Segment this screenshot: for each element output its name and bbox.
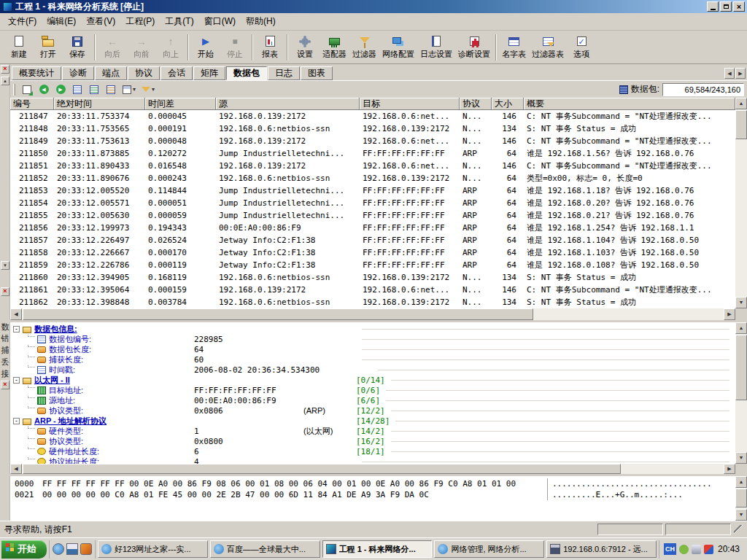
menu-item[interactable]: 查看(V) — [81, 13, 120, 30]
close-panel-button[interactable]: × — [1, 287, 9, 296]
close-panel-button[interactable]: × — [1, 381, 9, 389]
panel-tab-label[interactable]: 捕 — [1, 344, 9, 356]
taskbar-task-button[interactable]: 工程 1 - 科来网络分... — [322, 540, 433, 558]
column-header[interactable]: 源 — [216, 98, 360, 110]
decode-row[interactable]: 协议类型:0x0800[16/2] — [10, 436, 735, 446]
scroll-up-icon[interactable]: ▲ — [735, 98, 747, 109]
minimize-button[interactable] — [707, 1, 719, 12]
packet-row[interactable]: 21185420:33:12.0055710.000051Jump Indust… — [10, 197, 735, 209]
restore-button[interactable] — [720, 1, 732, 12]
panel-tab-label[interactable]: 丢 — [1, 356, 9, 368]
column-header[interactable]: 概要 — [524, 98, 735, 110]
collapse-toggle[interactable]: - — [13, 377, 20, 384]
packet-toolbar-back-button[interactable] — [36, 82, 52, 97]
toolbar-new-button[interactable]: 新建 — [4, 32, 34, 63]
packet-toolbar-view1-button[interactable] — [69, 82, 85, 97]
ie-quicklaunch-icon[interactable] — [53, 543, 64, 555]
packet-row[interactable]: 21185020:33:11.8738850.120272Jump Indust… — [10, 147, 735, 160]
toolbar-adapter-button[interactable]: 适配器 — [320, 32, 349, 63]
toolbar-nametab-button[interactable]: 名字表 — [499, 32, 529, 63]
toolbar-netconf-button[interactable]: 网络配置 — [379, 32, 417, 63]
packet-row[interactable]: 21184720:33:11.7533740.000045192.168.0.1… — [10, 110, 735, 122]
packet-toolbar-export-button[interactable] — [19, 82, 35, 97]
decode-row[interactable]: 硬件地址长度:6[18/1] — [10, 446, 735, 456]
column-header[interactable]: 大小 — [492, 98, 524, 110]
scrollbar-thumb[interactable] — [735, 335, 747, 400]
packet-toolbar-filter-button[interactable]: ▾ — [139, 82, 157, 97]
strip-scroll-down-icon[interactable]: ▼ — [1, 261, 9, 270]
packet-row[interactable]: 21184920:33:11.7536130.000048192.168.0.1… — [10, 135, 735, 147]
packet-row[interactable]: 21186220:33:12.3988480.003784192.168.0.6… — [10, 296, 735, 308]
scroll-up-icon[interactable]: ▲ — [735, 476, 747, 488]
packet-row[interactable]: 21185720:33:12.2264970.026524Jetway Info… — [10, 234, 735, 246]
scroll-down-icon[interactable]: ▼ — [735, 509, 747, 521]
toolbar-save-button[interactable]: 保存 — [63, 32, 92, 63]
toolbar-filter-button[interactable]: 过滤器 — [349, 32, 379, 63]
decode-row[interactable]: 协议地址长度:4 — [10, 456, 735, 464]
packet-toolbar-view2-button[interactable] — [86, 82, 102, 97]
decode-row[interactable]: 协议类型:0x0806(ARP)[12/2] — [10, 405, 735, 416]
scroll-left-icon[interactable]: ◀ — [10, 464, 22, 474]
scroll-up-icon[interactable]: ▲ — [735, 322, 747, 334]
close-panel-button[interactable]: × — [1, 65, 9, 74]
scroll-down-icon[interactable]: ▼ — [735, 452, 747, 464]
packet-row[interactable]: 21184820:33:11.7535650.000191192.168.0.6… — [10, 122, 735, 135]
toolbar-logset-button[interactable]: 日志设置 — [417, 32, 455, 63]
menu-item[interactable]: 帮助(H) — [241, 13, 281, 30]
packet-toolbar-columns-button[interactable]: ▾ — [120, 82, 138, 97]
taskbar-task-button[interactable]: 好123网址之家---实... — [98, 540, 208, 558]
packet-row[interactable]: 21185120:33:11.8904330.016548192.168.0.1… — [10, 160, 735, 172]
scrollbar-thumb[interactable] — [23, 308, 533, 320]
panel-tab-label[interactable]: 接 — [1, 368, 9, 379]
media-player-icon[interactable] — [80, 543, 92, 555]
packet-row[interactable]: 21185920:33:12.2267860.000119Jetway Info… — [10, 259, 735, 271]
collapse-toggle[interactable]: - — [13, 418, 20, 424]
toolbar-start-button[interactable]: 开始 — [191, 32, 220, 63]
column-header[interactable]: 时间差 — [145, 98, 216, 110]
close-button[interactable]: × — [733, 1, 745, 12]
packet-row[interactable]: 21186120:33:12.3950640.000159192.168.0.1… — [10, 284, 735, 296]
packet-row[interactable]: 21186020:33:12.3949050.168119192.168.0.6… — [10, 271, 735, 284]
decode-row[interactable]: 时间戳:2006-08-02 20:36:34.534300 — [10, 365, 735, 375]
decode-row[interactable]: 源地址:00:0E:A0:00:86:F9[6/6] — [10, 395, 735, 405]
menu-item[interactable]: 窗口(W) — [199, 13, 241, 30]
view-tab[interactable]: 矩阵 — [193, 66, 225, 80]
language-indicator[interactable]: CH — [664, 543, 676, 555]
menu-item[interactable]: 工程(P) — [120, 13, 160, 30]
packet-row[interactable]: 21185220:33:11.8906760.000243192.168.0.6… — [10, 172, 735, 184]
decode-row[interactable]: -以太网 - II[0/14] — [10, 375, 735, 385]
taskbar-task-button[interactable]: 百度——全球最大中... — [210, 540, 320, 558]
toolbar-options-button[interactable]: 选项 — [567, 32, 596, 63]
decode-row[interactable]: 数据包编号:228985 — [10, 334, 735, 344]
volume-tray-icon[interactable] — [692, 545, 701, 554]
toolbar-report-button[interactable]: 报表 — [255, 32, 285, 63]
strip-scroll-up-icon[interactable]: ▲ — [1, 77, 9, 85]
taskbar-task-button[interactable]: 192.168.0.6:7912 - 远... — [546, 540, 657, 558]
view-tab[interactable]: 数据包 — [226, 66, 267, 80]
scroll-right-icon[interactable]: ▶ — [724, 464, 735, 474]
toolbar-diagset-button[interactable]: 诊断设置 — [455, 32, 493, 63]
column-header[interactable]: 编号 — [10, 98, 54, 110]
decode-row[interactable]: 捕获长度:60 — [10, 354, 735, 365]
show-desktop-icon[interactable] — [66, 543, 78, 555]
decode-row[interactable]: -数据包信息: — [10, 324, 735, 334]
scrollbar-thumb[interactable] — [735, 110, 747, 139]
decode-row[interactable]: -ARP - 地址解析协议[14/28] — [10, 416, 735, 426]
panel-tab-label[interactable]: 数 — [1, 321, 9, 332]
tab-scroll-left-icon[interactable]: ◀ — [724, 68, 735, 79]
column-header[interactable]: 目标 — [360, 98, 460, 110]
view-tab[interactable]: 会话 — [160, 66, 193, 80]
view-tab[interactable]: 概要统计 — [12, 66, 61, 80]
menu-item[interactable]: 编辑(E) — [42, 13, 81, 30]
packet-row[interactable]: 21185520:33:12.0056300.000059Jump Indust… — [10, 209, 735, 222]
column-header[interactable]: 协议 — [460, 98, 492, 110]
menu-item[interactable]: 工具(T) — [160, 13, 198, 30]
toolbar-filtertab-button[interactable]: 过滤器表 — [529, 32, 567, 63]
packet-row[interactable]: 21185320:33:12.0055200.114844Jump Indust… — [10, 184, 735, 197]
scrollbar-thumb[interactable] — [735, 489, 747, 508]
decode-row[interactable]: 硬件类型:1(以太网)[14/2] — [10, 426, 735, 436]
view-tab[interactable]: 端点 — [95, 66, 127, 80]
antivirus-tray-icon[interactable] — [679, 545, 689, 554]
scroll-left-icon[interactable]: ◀ — [10, 308, 22, 320]
packet-row[interactable]: 21185820:33:12.2266670.000170Jetway Info… — [10, 246, 735, 259]
